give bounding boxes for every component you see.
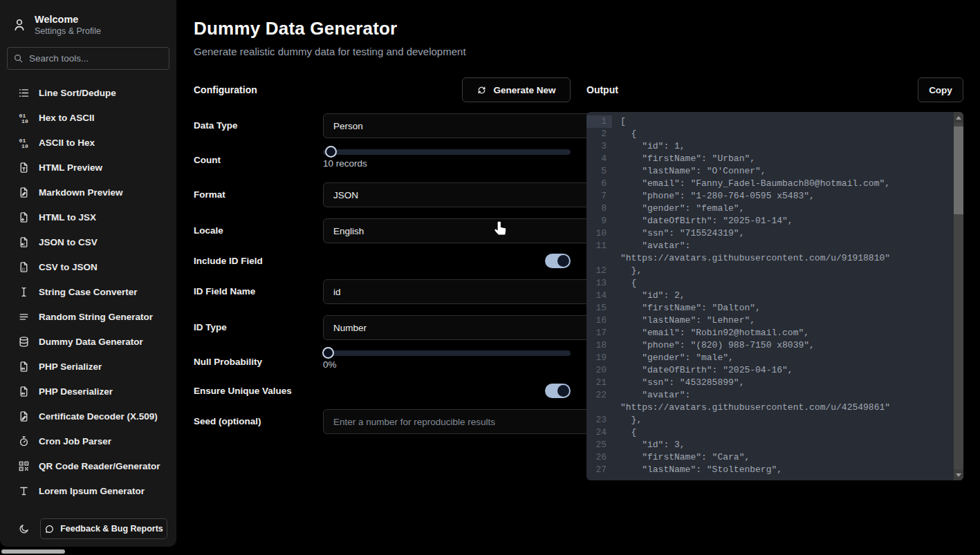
id-type-label: ID Type	[194, 315, 227, 340]
sidebar-item-html-to-jsx[interactable]: HTML to JSX	[0, 205, 176, 229]
sidebar-item-qr-code-reader-generator[interactable]: QR Code Reader/Generator	[0, 453, 176, 478]
search-box[interactable]	[7, 47, 169, 70]
sidebar-item-label: Lorem Ipsum Generator	[39, 486, 145, 496]
sidebar-item-label: Certificate Decoder (X.509)	[39, 411, 158, 422]
toggle-knob	[557, 385, 569, 397]
sidebar-item-hex-to-ascii[interactable]: 0110Hex to ASCII	[0, 105, 176, 130]
sidebar-item-label: PHP Serializer	[39, 361, 102, 372]
count-row: Count 10 records	[194, 148, 571, 177]
code-content: 1[2 {3 "id": 1,4 "firstName": "Urban",5 …	[586, 115, 954, 476]
svg-text:10: 10	[21, 143, 28, 149]
refresh-icon	[477, 85, 487, 95]
app-window: Welcome Settings & Profile Line Sort/Ded…	[0, 0, 980, 555]
qr-code-icon	[18, 460, 30, 472]
ensure-unique-toggle[interactable]	[545, 384, 571, 398]
file-code-icon	[18, 361, 30, 373]
vertical-scrollbar-thumb[interactable]	[954, 126, 963, 214]
generate-new-button[interactable]: Generate New	[462, 77, 571, 102]
sidebar-item-label: Line Sort/Dedupe	[39, 88, 116, 98]
sidebar-item-cron-job-parser[interactable]: Cron Job Parser	[0, 429, 176, 453]
code-line: 21 "ssn": "453285899",	[586, 377, 954, 389]
code-line: 25 "id": 3,	[586, 439, 954, 451]
sidebar-item-php-serializer[interactable]: PHP Serializer	[0, 354, 176, 379]
ensure-unique-label: Ensure Unique Values	[194, 379, 292, 404]
sidebar-item-ascii-to-hex[interactable]: 0110ASCII to Hex	[0, 130, 176, 155]
vertical-scrollbar[interactable]	[954, 112, 963, 480]
file-pen-icon	[18, 187, 30, 198]
seed-label: Seed (optional)	[194, 409, 261, 434]
code-line: 17 "email": "Robin92@hotmail.com",	[586, 327, 954, 339]
code-line: 5 "lastName": "O'Conner",	[586, 165, 954, 178]
data-type-label: Data Type	[194, 113, 238, 138]
sidebar-item-string-case-converter[interactable]: String Case Converter	[0, 279, 176, 304]
scroll-up-arrow[interactable]	[954, 112, 963, 123]
sort-lines-icon	[18, 87, 30, 99]
code-line: 2 {	[586, 128, 954, 140]
code-line: 27 "lastName": "Stoltenberg",	[586, 464, 954, 476]
certificate-icon	[18, 411, 30, 422]
page-title: Dummy Data Generator	[194, 18, 397, 39]
code-line: 11 "avatar":	[586, 240, 954, 252]
sidebar-item-csv-to-json[interactable]: CSV to JSON	[0, 254, 176, 279]
sidebar-item-lorem-ipsum-generator[interactable]: Lorem Ipsum Generator	[0, 478, 176, 503]
locale-label: Locale	[194, 218, 223, 243]
moon-icon	[19, 523, 30, 534]
search-input[interactable]	[29, 53, 163, 64]
sidebar-item-label: HTML to JSX	[39, 212, 96, 223]
format-label: Format	[194, 182, 225, 207]
feedback-button[interactable]: Feedback & Bug Reports	[40, 518, 167, 539]
sidebar-item-label: PHP Deserializer	[39, 386, 113, 397]
null-probability-slider[interactable]	[323, 350, 571, 356]
code-line: 1[	[586, 115, 954, 128]
chat-icon	[44, 524, 55, 534]
horizontal-scrollbar-thumb[interactable]	[1, 549, 65, 554]
config-panel: Configuration Generate New Data Type Per…	[194, 77, 571, 454]
copy-button[interactable]: Copy	[918, 77, 963, 102]
file-code-icon	[18, 386, 30, 397]
count-slider-handle[interactable]	[325, 146, 337, 158]
code-line: 24 {	[586, 426, 954, 439]
sidebar-item-label: HTML Preview	[39, 162, 102, 173]
code-line: "https://avatars.githubusercontent.com/u…	[586, 402, 954, 414]
sidebar-item-certificate-decoder-x-509[interactable]: Certificate Decoder (X.509)	[0, 404, 176, 429]
page-subtitle: Generate realistic dummy data for testin…	[194, 46, 466, 57]
code-line: 13 {	[586, 277, 954, 290]
null-probability-slider-handle[interactable]	[322, 347, 334, 359]
settings-profile-subtitle: Settings & Profile	[35, 26, 101, 36]
sidebar-item-line-sort-dedupe[interactable]: Line Sort/Dedupe	[0, 80, 176, 105]
code-line: 23 },	[586, 414, 954, 426]
scroll-down-arrow[interactable]	[954, 469, 963, 480]
format-row: Format JSON	[194, 182, 571, 207]
sidebar-item-json-to-csv[interactable]: JSON to CSV	[0, 229, 176, 254]
sidebar-item-label: Cron Job Parser	[39, 436, 111, 446]
toggle-knob	[557, 255, 569, 267]
count-value: 10 records	[323, 158, 367, 169]
null-probability-label: Null Probability	[194, 350, 262, 375]
null-probability-value: 0%	[323, 359, 337, 370]
sidebar-item-label: ASCII to Hex	[39, 138, 95, 148]
code-line: 14 "id": 2,	[586, 290, 954, 302]
code-line: 15 "firstName": "Dalton",	[586, 302, 954, 314]
sidebar-item-random-string-generator[interactable]: Random String Generator	[0, 304, 176, 329]
code-line: 9 "dateOfBirth": "2025-01-14",	[586, 215, 954, 227]
include-id-row: Include ID Field	[194, 249, 571, 274]
output-editor[interactable]: 1[2 {3 "id": 1,4 "firstName": "Urban",5 …	[586, 112, 963, 480]
code-line: "https://avatars.githubusercontent.com/u…	[586, 252, 954, 265]
binary-icon: 0110	[18, 112, 30, 124]
sidebar-item-label: Hex to ASCII	[39, 113, 95, 123]
seed-row: Seed (optional)	[194, 409, 571, 434]
ensure-unique-row: Ensure Unique Values	[194, 379, 571, 404]
theme-toggle-button[interactable]	[19, 523, 30, 535]
null-probability-row: Null Probability 0%	[194, 350, 571, 379]
sidebar-item-html-preview[interactable]: HTML Preview	[0, 155, 176, 180]
count-slider[interactable]	[323, 149, 571, 155]
format-value: JSON	[333, 190, 358, 200]
svg-text:10: 10	[21, 118, 28, 124]
count-label: Count	[194, 148, 221, 173]
sidebar-item-php-deserializer[interactable]: PHP Deserializer	[0, 379, 176, 404]
include-id-toggle[interactable]	[545, 254, 571, 268]
sidebar-item-dummy-data-generator[interactable]: Dummy Data Generator	[0, 329, 176, 354]
sidebar-item-markdown-preview[interactable]: Markdown Preview	[0, 180, 176, 205]
profile-settings-button[interactable]: Welcome Settings & Profile	[0, 0, 176, 47]
code-line: 7 "phone": "1-280-764-0595 x5483",	[586, 190, 954, 203]
